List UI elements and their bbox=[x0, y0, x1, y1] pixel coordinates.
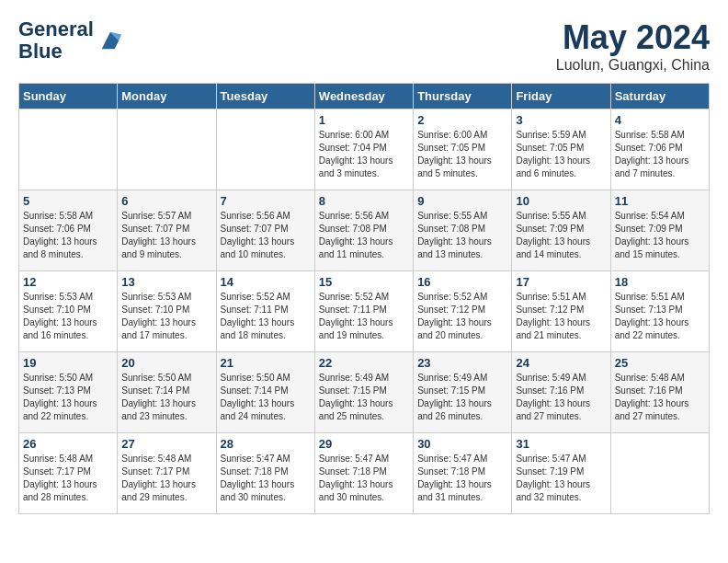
calendar-cell: 14Sunrise: 5:52 AM Sunset: 7:11 PM Dayli… bbox=[216, 271, 314, 352]
day-number: 22 bbox=[319, 356, 409, 370]
day-number: 4 bbox=[615, 113, 705, 127]
cell-info: Sunrise: 5:47 AM Sunset: 7:18 PM Dayligh… bbox=[319, 453, 409, 504]
cell-info: Sunrise: 5:49 AM Sunset: 7:15 PM Dayligh… bbox=[417, 372, 507, 423]
calendar-cell: 13Sunrise: 5:53 AM Sunset: 7:10 PM Dayli… bbox=[118, 271, 216, 352]
calendar-cell bbox=[19, 109, 118, 190]
cell-info: Sunrise: 5:56 AM Sunset: 7:07 PM Dayligh… bbox=[221, 210, 311, 261]
cell-info: Sunrise: 5:55 AM Sunset: 7:09 PM Dayligh… bbox=[516, 210, 606, 261]
calendar-cell: 24Sunrise: 5:49 AM Sunset: 7:16 PM Dayli… bbox=[512, 352, 610, 433]
calendar-cell: 19Sunrise: 5:50 AM Sunset: 7:13 PM Dayli… bbox=[19, 352, 118, 433]
day-number: 29 bbox=[319, 437, 409, 451]
calendar-cell: 28Sunrise: 5:47 AM Sunset: 7:18 PM Dayli… bbox=[216, 433, 314, 514]
title-block: May 2024 Luolun, Guangxi, China bbox=[556, 18, 710, 74]
calendar-cell: 21Sunrise: 5:50 AM Sunset: 7:14 PM Dayli… bbox=[216, 352, 314, 433]
cell-info: Sunrise: 5:59 AM Sunset: 7:05 PM Dayligh… bbox=[516, 129, 606, 180]
calendar-week-row: 1Sunrise: 6:00 AM Sunset: 7:04 PM Daylig… bbox=[19, 109, 710, 190]
day-number: 26 bbox=[23, 437, 113, 451]
calendar-cell: 10Sunrise: 5:55 AM Sunset: 7:09 PM Dayli… bbox=[512, 190, 610, 271]
day-number: 15 bbox=[319, 275, 409, 289]
calendar-cell: 4Sunrise: 5:58 AM Sunset: 7:06 PM Daylig… bbox=[610, 109, 709, 190]
cell-info: Sunrise: 5:50 AM Sunset: 7:14 PM Dayligh… bbox=[221, 372, 311, 423]
calendar-cell: 5Sunrise: 5:58 AM Sunset: 7:06 PM Daylig… bbox=[19, 190, 118, 271]
cell-info: Sunrise: 5:53 AM Sunset: 7:10 PM Dayligh… bbox=[23, 291, 113, 342]
weekday-header-cell: Friday bbox=[512, 84, 610, 109]
day-number: 24 bbox=[516, 356, 606, 370]
cell-info: Sunrise: 5:50 AM Sunset: 7:14 PM Dayligh… bbox=[121, 372, 211, 423]
day-number: 23 bbox=[417, 356, 507, 370]
calendar-cell bbox=[118, 109, 216, 190]
cell-info: Sunrise: 6:00 AM Sunset: 7:05 PM Dayligh… bbox=[417, 129, 507, 180]
calendar-cell: 3Sunrise: 5:59 AM Sunset: 7:05 PM Daylig… bbox=[512, 109, 610, 190]
cell-info: Sunrise: 5:55 AM Sunset: 7:08 PM Dayligh… bbox=[417, 210, 507, 261]
calendar-cell: 31Sunrise: 5:47 AM Sunset: 7:19 PM Dayli… bbox=[512, 433, 610, 514]
day-number: 19 bbox=[23, 356, 113, 370]
day-number: 21 bbox=[221, 356, 311, 370]
month-title: May 2024 bbox=[556, 18, 710, 57]
calendar-cell: 30Sunrise: 5:47 AM Sunset: 7:18 PM Dayli… bbox=[414, 433, 512, 514]
day-number: 2 bbox=[417, 113, 507, 127]
calendar-week-row: 19Sunrise: 5:50 AM Sunset: 7:13 PM Dayli… bbox=[19, 352, 710, 433]
cell-info: Sunrise: 5:53 AM Sunset: 7:10 PM Dayligh… bbox=[121, 291, 211, 342]
day-number: 18 bbox=[615, 275, 705, 289]
cell-info: Sunrise: 5:49 AM Sunset: 7:15 PM Dayligh… bbox=[319, 372, 409, 423]
logo-text: General Blue bbox=[18, 18, 94, 63]
cell-info: Sunrise: 5:58 AM Sunset: 7:06 PM Dayligh… bbox=[23, 210, 113, 261]
cell-info: Sunrise: 5:48 AM Sunset: 7:17 PM Dayligh… bbox=[121, 453, 211, 504]
day-number: 14 bbox=[221, 275, 311, 289]
calendar-cell bbox=[610, 433, 709, 514]
calendar-cell: 25Sunrise: 5:48 AM Sunset: 7:16 PM Dayli… bbox=[610, 352, 709, 433]
calendar-cell: 7Sunrise: 5:56 AM Sunset: 7:07 PM Daylig… bbox=[216, 190, 314, 271]
day-number: 31 bbox=[516, 437, 606, 451]
weekday-header-row: SundayMondayTuesdayWednesdayThursdayFrid… bbox=[19, 84, 710, 109]
day-number: 3 bbox=[516, 113, 606, 127]
day-number: 30 bbox=[417, 437, 507, 451]
cell-info: Sunrise: 5:50 AM Sunset: 7:13 PM Dayligh… bbox=[23, 372, 113, 423]
calendar-cell: 8Sunrise: 5:56 AM Sunset: 7:08 PM Daylig… bbox=[314, 190, 413, 271]
calendar-cell: 15Sunrise: 5:52 AM Sunset: 7:11 PM Dayli… bbox=[314, 271, 413, 352]
weekday-header-cell: Wednesday bbox=[314, 84, 413, 109]
day-number: 1 bbox=[319, 113, 409, 127]
day-number: 13 bbox=[121, 275, 211, 289]
cell-info: Sunrise: 5:49 AM Sunset: 7:16 PM Dayligh… bbox=[516, 372, 606, 423]
location: Luolun, Guangxi, China bbox=[556, 57, 710, 74]
day-number: 5 bbox=[23, 194, 113, 208]
calendar-table: SundayMondayTuesdayWednesdayThursdayFrid… bbox=[18, 83, 710, 514]
cell-info: Sunrise: 5:48 AM Sunset: 7:16 PM Dayligh… bbox=[615, 372, 705, 423]
day-number: 11 bbox=[615, 194, 705, 208]
calendar-cell bbox=[216, 109, 314, 190]
cell-info: Sunrise: 5:52 AM Sunset: 7:11 PM Dayligh… bbox=[221, 291, 311, 342]
logo-icon bbox=[97, 28, 123, 53]
calendar-cell: 12Sunrise: 5:53 AM Sunset: 7:10 PM Dayli… bbox=[19, 271, 118, 352]
cell-info: Sunrise: 5:54 AM Sunset: 7:09 PM Dayligh… bbox=[615, 210, 705, 261]
weekday-header-cell: Saturday bbox=[610, 84, 709, 109]
calendar-cell: 17Sunrise: 5:51 AM Sunset: 7:12 PM Dayli… bbox=[512, 271, 610, 352]
calendar-body: 1Sunrise: 6:00 AM Sunset: 7:04 PM Daylig… bbox=[19, 109, 710, 514]
calendar-cell: 6Sunrise: 5:57 AM Sunset: 7:07 PM Daylig… bbox=[118, 190, 216, 271]
cell-info: Sunrise: 5:51 AM Sunset: 7:13 PM Dayligh… bbox=[615, 291, 705, 342]
calendar-cell: 22Sunrise: 5:49 AM Sunset: 7:15 PM Dayli… bbox=[314, 352, 413, 433]
cell-info: Sunrise: 5:52 AM Sunset: 7:12 PM Dayligh… bbox=[417, 291, 507, 342]
day-number: 28 bbox=[221, 437, 311, 451]
weekday-header-cell: Monday bbox=[118, 84, 216, 109]
calendar-cell: 16Sunrise: 5:52 AM Sunset: 7:12 PM Dayli… bbox=[414, 271, 512, 352]
calendar-cell: 18Sunrise: 5:51 AM Sunset: 7:13 PM Dayli… bbox=[610, 271, 709, 352]
cell-info: Sunrise: 5:47 AM Sunset: 7:19 PM Dayligh… bbox=[516, 453, 606, 504]
cell-info: Sunrise: 5:48 AM Sunset: 7:17 PM Dayligh… bbox=[23, 453, 113, 504]
calendar-week-row: 5Sunrise: 5:58 AM Sunset: 7:06 PM Daylig… bbox=[19, 190, 710, 271]
calendar-cell: 9Sunrise: 5:55 AM Sunset: 7:08 PM Daylig… bbox=[414, 190, 512, 271]
day-number: 12 bbox=[23, 275, 113, 289]
day-number: 7 bbox=[221, 194, 311, 208]
calendar-cell: 23Sunrise: 5:49 AM Sunset: 7:15 PM Dayli… bbox=[414, 352, 512, 433]
page-header: General Blue May 2024 Luolun, Guangxi, C… bbox=[18, 18, 710, 74]
day-number: 8 bbox=[319, 194, 409, 208]
cell-info: Sunrise: 5:51 AM Sunset: 7:12 PM Dayligh… bbox=[516, 291, 606, 342]
weekday-header-cell: Thursday bbox=[414, 84, 512, 109]
cell-info: Sunrise: 5:58 AM Sunset: 7:06 PM Dayligh… bbox=[615, 129, 705, 180]
day-number: 9 bbox=[417, 194, 507, 208]
weekday-header-cell: Sunday bbox=[19, 84, 118, 109]
cell-info: Sunrise: 6:00 AM Sunset: 7:04 PM Dayligh… bbox=[319, 129, 409, 180]
calendar-week-row: 26Sunrise: 5:48 AM Sunset: 7:17 PM Dayli… bbox=[19, 433, 710, 514]
cell-info: Sunrise: 5:52 AM Sunset: 7:11 PM Dayligh… bbox=[319, 291, 409, 342]
day-number: 25 bbox=[615, 356, 705, 370]
day-number: 20 bbox=[121, 356, 211, 370]
